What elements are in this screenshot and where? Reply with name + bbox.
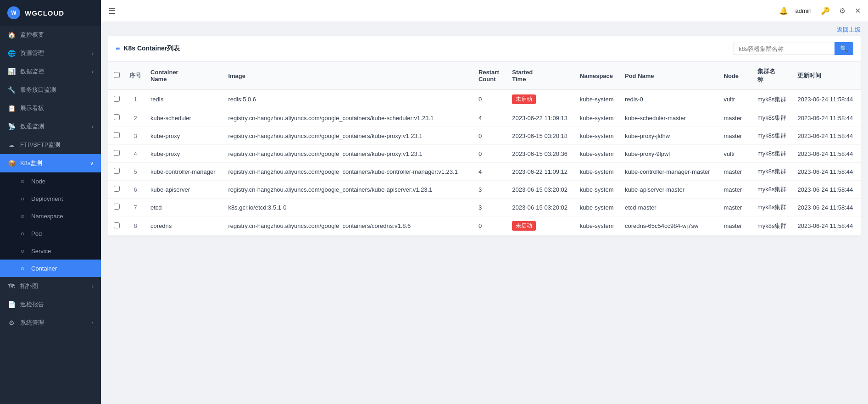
sidebar-item-label: 数据监控 — [20, 67, 87, 76]
row-checkbox-cell — [108, 216, 125, 236]
sidebar-item-node[interactable]: ○ Node — [0, 172, 101, 190]
sidebar-item-data-monitor[interactable]: 📊 数据监控 › — [0, 62, 101, 81]
row-cluster: myk8s集群 — [753, 90, 793, 109]
row-node: master — [719, 127, 753, 145]
row-seq: 6 — [125, 181, 146, 199]
row-checkbox[interactable] — [114, 168, 120, 174]
row-started-time: 2023-06-15 03:20:18 — [507, 127, 575, 145]
th-pod-name: Pod Name — [620, 62, 719, 90]
row-pod-name: redis-0 — [620, 90, 719, 109]
row-update-time: 2023-06-24 11:58:44 — [793, 145, 861, 163]
row-seq: 1 — [125, 90, 146, 109]
row-restart-count: 3 — [474, 199, 507, 216]
table-row: 2 kube-scheduler registry.cn-hangzhou.al… — [108, 109, 861, 127]
search-button[interactable]: 🔍 — [835, 42, 853, 55]
sidebar-item-topology[interactable]: 🗺 拓扑图 › — [0, 277, 101, 295]
sidebar-item-label: 展示看板 — [20, 104, 94, 112]
row-node: master — [719, 181, 753, 199]
row-node: vultr — [719, 90, 753, 109]
row-namespace: kube-system — [575, 199, 620, 216]
k8s-icon: 📦 — [7, 160, 16, 167]
sidebar-item-ftp-sftp[interactable]: ☁ FTP/SFTP监测 — [0, 136, 101, 154]
row-seq: 8 — [125, 216, 146, 236]
sidebar-item-k8s-monitor[interactable]: 📦 K8s监测 ∨ — [0, 154, 101, 172]
circle-icon: ○ — [18, 212, 27, 220]
row-pod-name: kube-proxy-9lpwl — [620, 145, 719, 163]
sidebar-item-label: Node — [31, 178, 94, 185]
sidebar-item-container[interactable]: ○ Container — [0, 260, 101, 277]
table-row: 8 coredns registry.cn-hangzhou.aliyuncs.… — [108, 216, 861, 236]
sidebar-item-service-interface[interactable]: 🔧 服务接口监测 — [0, 81, 101, 99]
row-image: registry.cn-hangzhou.aliyuncs.com/google… — [223, 145, 474, 163]
row-container-name: etcd — [146, 199, 223, 216]
row-namespace: kube-system — [575, 90, 620, 109]
ftp-icon: ☁ — [7, 141, 16, 149]
notification-icon[interactable]: 🔔 — [779, 6, 788, 15]
sidebar-item-display-board[interactable]: 📋 展示看板 — [0, 99, 101, 117]
row-checkbox-cell — [108, 90, 125, 109]
close-icon[interactable]: ✕ — [855, 6, 861, 15]
tunnel-icon: 📡 — [7, 123, 16, 130]
row-cluster: myk8s集群 — [753, 163, 793, 181]
row-image: registry.cn-hangzhou.aliyuncs.com/google… — [223, 127, 474, 145]
sidebar-item-deployment[interactable]: ○ Deployment — [0, 190, 101, 207]
sidebar-item-system-manage[interactable]: ⚙ 系统管理 › — [0, 314, 101, 332]
back-bar: 返回上级 — [101, 22, 868, 36]
report-icon: 📄 — [7, 301, 16, 308]
row-started-time: 2023-06-15 03:20:02 — [507, 181, 575, 199]
sidebar-item-service[interactable]: ○ Service — [0, 242, 101, 260]
select-all-checkbox[interactable] — [114, 72, 120, 78]
table-row: 3 kube-proxy registry.cn-hangzhou.aliyun… — [108, 127, 861, 145]
resource-icon: 🌐 — [7, 50, 16, 57]
service-icon: 🔧 — [7, 86, 16, 94]
chevron-right-icon: › — [92, 69, 94, 74]
row-checkbox[interactable] — [114, 114, 120, 120]
row-cluster: myk8s集群 — [753, 216, 793, 236]
row-restart-count: 0 — [474, 216, 507, 236]
card-title: ≡ K8s Container列表 — [116, 44, 180, 53]
sidebar-item-monitor-overview[interactable]: 🏠 监控概要 — [0, 26, 101, 44]
row-node: master — [719, 163, 753, 181]
row-namespace: kube-system — [575, 145, 620, 163]
search-input[interactable] — [734, 43, 835, 55]
row-checkbox[interactable] — [114, 150, 120, 156]
container-list-card: ≡ K8s Container列表 🔍 序号 — [108, 36, 861, 236]
key-icon[interactable]: 🔑 — [821, 6, 830, 15]
row-container-name: kube-scheduler — [146, 109, 223, 127]
sidebar-item-inspection-report[interactable]: 📄 巡检报告 — [0, 295, 101, 314]
sidebar-item-label: 系统管理 — [20, 319, 87, 327]
row-checkbox[interactable] — [114, 186, 120, 192]
sidebar-item-label: FTP/SFTP监测 — [20, 141, 94, 149]
settings-icon[interactable]: ⚙ — [839, 6, 846, 15]
sidebar-item-pod[interactable]: ○ Pod — [0, 225, 101, 242]
sidebar-item-resource-manage[interactable]: 🌐 资源管理 › — [0, 44, 101, 62]
row-restart-count: 0 — [474, 127, 507, 145]
sidebar-item-label: Service — [31, 248, 94, 255]
table-row: 5 kube-controller-manager registry.cn-ha… — [108, 163, 861, 181]
th-started-time: StartedTime — [507, 62, 575, 90]
row-checkbox-cell — [108, 163, 125, 181]
row-update-time: 2023-06-24 11:58:44 — [793, 163, 861, 181]
row-node: master — [719, 216, 753, 236]
table-row: 1 redis redis:5.0.6 0 未启动 kube-system re… — [108, 90, 861, 109]
sidebar-item-data-tunnel[interactable]: 📡 数通监测 › — [0, 117, 101, 136]
row-checkbox[interactable] — [114, 222, 120, 228]
row-checkbox-cell — [108, 109, 125, 127]
row-restart-count: 4 — [474, 163, 507, 181]
row-node: vultr — [719, 145, 753, 163]
row-started-time: 2023-06-22 11:09:12 — [507, 163, 575, 181]
table-body: 1 redis redis:5.0.6 0 未启动 kube-system re… — [108, 90, 861, 236]
row-pod-name: etcd-master — [620, 199, 719, 216]
row-checkbox[interactable] — [114, 96, 120, 102]
back-link[interactable]: 返回上级 — [837, 26, 861, 34]
row-checkbox[interactable] — [114, 204, 120, 210]
row-checkbox[interactable] — [114, 132, 120, 138]
circle-icon: ○ — [18, 230, 27, 237]
sidebar-item-namespace[interactable]: ○ Namespace — [0, 207, 101, 225]
row-checkbox-cell — [108, 199, 125, 216]
circle-icon: ○ — [18, 247, 27, 255]
k8s-submenu: ○ Node ○ Deployment ○ Namespace ○ Pod ○ … — [0, 172, 101, 277]
menu-toggle-button[interactable]: ☰ — [108, 6, 116, 16]
row-namespace: kube-system — [575, 109, 620, 127]
row-update-time: 2023-06-24 11:58:44 — [793, 127, 861, 145]
